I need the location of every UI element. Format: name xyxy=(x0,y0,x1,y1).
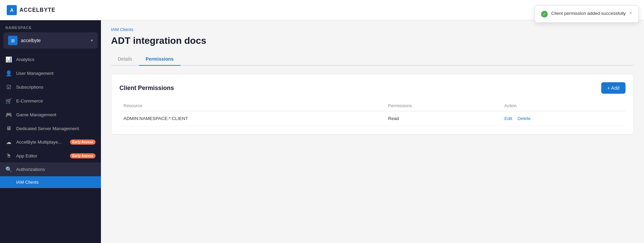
sidebar-item-label: AccelByte Multiplaye... xyxy=(16,140,66,145)
card-header: Client Permissions + Add xyxy=(119,82,625,94)
logo-icon: A xyxy=(7,5,17,15)
game-management-icon: 🎮 xyxy=(5,112,12,118)
namespace-icon: ⊞ xyxy=(8,36,17,45)
sidebar-item-game-management[interactable]: 🎮 Game Management xyxy=(0,108,101,122)
cell-resource: ADMIN:NAMESPACE:*:CLIENT xyxy=(119,111,384,126)
sidebar-item-label: App Editor xyxy=(16,153,66,158)
cell-permissions: Read xyxy=(384,111,501,126)
sidebar-item-label: Game Management xyxy=(16,112,96,117)
sidebar-item-app-editor[interactable]: 🖱 App Editor Early Access xyxy=(0,149,101,162)
breadcrumb[interactable]: IAM Clients xyxy=(111,27,634,32)
edit-permission-button[interactable]: Edit xyxy=(504,116,512,121)
tab-permissions[interactable]: Permissions xyxy=(139,53,180,66)
col-action: Action xyxy=(500,100,625,111)
table-row: ADMIN:NAMESPACE:*:CLIENT Read Edit Delet… xyxy=(119,111,625,126)
namespace-name: accelbyte xyxy=(21,38,41,43)
sidebar-item-authorizations[interactable]: 🔍 Authorizations xyxy=(0,162,101,176)
early-access-badge: Early Access xyxy=(70,140,96,145)
logo-text: ACCELBYTE xyxy=(20,7,56,13)
table-header: Resource Permissions Action xyxy=(119,100,625,111)
tabs: Details Permissions xyxy=(111,53,634,66)
logo-area: A ACCELBYTE xyxy=(7,5,56,15)
namespace-selector-left: ⊞ accelbyte xyxy=(8,36,41,45)
sidebar-item-label: Analytics xyxy=(16,57,96,62)
tab-details[interactable]: Details xyxy=(111,53,139,66)
sidebar-sub-item-iam-clients[interactable]: IAM Clients xyxy=(0,176,101,188)
authorizations-icon: 🔍 xyxy=(5,166,12,173)
delete-permission-button[interactable]: Delete xyxy=(517,116,531,121)
sidebar-item-label: Authorizations xyxy=(16,167,96,172)
analytics-icon: 📊 xyxy=(5,56,12,63)
namespace-label: NAMESPACE xyxy=(0,20,101,32)
namespace-chevron-icon: ▾ xyxy=(91,38,93,43)
sidebar-item-label: User Management xyxy=(16,71,96,76)
add-permission-button[interactable]: + Add xyxy=(601,82,625,94)
app-body: NAMESPACE ⊞ accelbyte ▾ 📊 Analytics 👤 Us… xyxy=(0,20,644,243)
early-access-badge-2: Early Access xyxy=(70,153,96,158)
sidebar-item-analytics[interactable]: 📊 Analytics xyxy=(0,53,101,66)
sidebar-item-ecommerce[interactable]: 🛒 E-Commerce xyxy=(0,94,101,108)
app-editor-icon: 🖱 xyxy=(5,153,12,159)
col-permissions: Permissions xyxy=(384,100,501,111)
dedicated-server-icon: 🖥 xyxy=(5,125,12,131)
sidebar-item-subscriptions[interactable]: ☑ Subscriptions xyxy=(0,80,101,94)
sidebar-item-dedicated-server[interactable]: 🖥 Dedicated Server Management xyxy=(0,122,101,135)
sidebar-item-label: Dedicated Server Management xyxy=(16,126,96,131)
sidebar: NAMESPACE ⊞ accelbyte ▾ 📊 Analytics 👤 Us… xyxy=(0,20,101,243)
table-body: ADMIN:NAMESPACE:*:CLIENT Read Edit Delet… xyxy=(119,111,625,126)
toast-notification: ✓ Client permission added successfully × xyxy=(535,5,639,23)
iam-clients-label: IAM Clients xyxy=(16,180,38,185)
sidebar-item-accelbyte-multiplayer[interactable]: ☁ AccelByte Multiplaye... Early Access xyxy=(0,135,101,149)
main-content: IAM Clients ADT integration docs Details… xyxy=(101,20,644,243)
card-title: Client Permissions xyxy=(119,85,174,92)
namespace-selector[interactable]: ⊞ accelbyte ▾ xyxy=(3,32,98,49)
ecommerce-icon: 🛒 xyxy=(5,98,12,104)
client-permissions-card: Client Permissions + Add Resource Permis… xyxy=(111,74,634,134)
user-management-icon: 👤 xyxy=(5,70,12,77)
toast-close-button[interactable]: × xyxy=(629,10,632,16)
page-title: ADT integration docs xyxy=(111,35,634,46)
col-resource: Resource xyxy=(119,100,384,111)
sidebar-item-label: Subscriptions xyxy=(16,85,96,90)
sidebar-item-label: E-Commerce xyxy=(16,98,96,103)
sidebar-item-user-management[interactable]: 👤 User Management xyxy=(0,66,101,80)
toast-message: Client permission added successfully xyxy=(551,10,625,17)
toast-check-icon: ✓ xyxy=(541,11,548,18)
cell-actions: Edit Delete xyxy=(500,111,625,126)
subscriptions-icon: ☑ xyxy=(5,84,12,90)
permissions-table: Resource Permissions Action ADMIN:NAMESP… xyxy=(119,100,625,126)
multiplayer-icon: ☁ xyxy=(5,139,12,145)
